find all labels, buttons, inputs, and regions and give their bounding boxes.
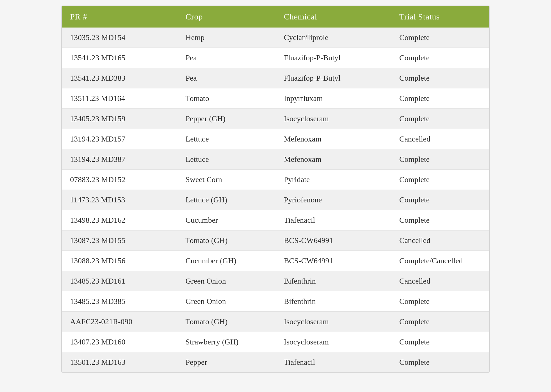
cell-crop: Cucumber (GH) (177, 251, 276, 271)
table-row: 13407.23 MD160Strawberry (GH)Isocycloser… (62, 332, 489, 352)
cell-pr: 13498.23 MD162 (62, 210, 177, 230)
table-row: 13035.23 MD154HempCyclaniliproleComplete (62, 28, 489, 48)
cell-crop: Tomato (GH) (177, 312, 276, 332)
cell-pr: 13501.23 MD163 (62, 352, 177, 373)
cell-chemical: Bifenthrin (276, 271, 391, 291)
cell-status: Complete (391, 28, 489, 48)
cell-crop: Pepper (177, 352, 276, 373)
table-row: 13485.23 MD385Green OnionBifenthrinCompl… (62, 291, 489, 312)
table-row: 13485.23 MD161Green OnionBifenthrinCance… (62, 271, 489, 291)
trials-table: PR # Crop Chemical Trial Status 13035.23… (62, 6, 489, 372)
table-row: AAFC23-021R-090Tomato (GH)IsocycloseramC… (62, 312, 489, 332)
cell-pr: 11473.23 MD153 (62, 190, 177, 210)
cell-crop: Tomato (177, 88, 276, 109)
table-row: 13501.23 MD163PepperTiafenacilComplete (62, 352, 489, 373)
cell-pr: 13088.23 MD156 (62, 251, 177, 271)
cell-chemical: Isocycloseram (276, 312, 391, 332)
cell-chemical: Isocycloseram (276, 332, 391, 352)
col-header-crop: Crop (177, 6, 276, 28)
cell-chemical: Cyclaniliprole (276, 28, 391, 48)
cell-status: Complete (391, 109, 489, 129)
cell-status: Complete (391, 352, 489, 373)
cell-status: Complete (391, 291, 489, 312)
cell-status: Cancelled (391, 230, 489, 251)
cell-chemical: Inpyrfluxam (276, 88, 391, 109)
cell-pr: 13405.23 MD159 (62, 109, 177, 129)
cell-pr: 13035.23 MD154 (62, 28, 177, 48)
table-row: 13541.23 MD383PeaFluazifop-P-ButylComple… (62, 68, 489, 88)
cell-chemical: BCS-CW64991 (276, 251, 391, 271)
cell-crop: Pea (177, 48, 276, 68)
col-header-chemical: Chemical (276, 6, 391, 28)
cell-status: Complete (391, 170, 489, 190)
cell-pr: 13485.23 MD385 (62, 291, 177, 312)
cell-crop: Lettuce (177, 149, 276, 170)
cell-chemical: Isocycloseram (276, 109, 391, 129)
table-row: 13541.23 MD165PeaFluazifop-P-ButylComple… (62, 48, 489, 68)
cell-status: Complete (391, 312, 489, 332)
cell-chemical: Tiafenacil (276, 210, 391, 230)
cell-pr: 13194.23 MD387 (62, 149, 177, 170)
cell-chemical: Mefenoxam (276, 129, 391, 149)
cell-status: Complete (391, 68, 489, 88)
cell-crop: Green Onion (177, 271, 276, 291)
cell-crop: Tomato (GH) (177, 230, 276, 251)
cell-status: Cancelled (391, 129, 489, 149)
cell-crop: Green Onion (177, 291, 276, 312)
cell-status: Complete (391, 149, 489, 170)
table-row: 13194.23 MD387LettuceMefenoxamComplete (62, 149, 489, 170)
cell-chemical: BCS-CW64991 (276, 230, 391, 251)
cell-crop: Pea (177, 68, 276, 88)
cell-chemical: Pyriofenone (276, 190, 391, 210)
trials-table-container: PR # Crop Chemical Trial Status 13035.23… (61, 6, 490, 373)
cell-crop: Lettuce (177, 129, 276, 149)
cell-pr: 13511.23 MD164 (62, 88, 177, 109)
cell-status: Cancelled (391, 271, 489, 291)
cell-pr: 07883.23 MD152 (62, 170, 177, 190)
cell-status: Complete (391, 190, 489, 210)
cell-status: Complete/Cancelled (391, 251, 489, 271)
cell-pr: 13485.23 MD161 (62, 271, 177, 291)
cell-pr: AAFC23-021R-090 (62, 312, 177, 332)
cell-crop: Strawberry (GH) (177, 332, 276, 352)
table-row: 13194.23 MD157LettuceMefenoxamCancelled (62, 129, 489, 149)
cell-chemical: Pyridate (276, 170, 391, 190)
cell-crop: Pepper (GH) (177, 109, 276, 129)
table-row: 13405.23 MD159Pepper (GH)IsocycloseramCo… (62, 109, 489, 129)
cell-pr: 13407.23 MD160 (62, 332, 177, 352)
table-row: 07883.23 MD152Sweet CornPyridateComplete (62, 170, 489, 190)
cell-pr: 13541.23 MD165 (62, 48, 177, 68)
cell-status: Complete (391, 332, 489, 352)
cell-crop: Sweet Corn (177, 170, 276, 190)
cell-crop: Lettuce (GH) (177, 190, 276, 210)
cell-chemical: Mefenoxam (276, 149, 391, 170)
table-row: 13511.23 MD164TomatoInpyrfluxamComplete (62, 88, 489, 109)
cell-chemical: Bifenthrin (276, 291, 391, 312)
cell-status: Complete (391, 88, 489, 109)
cell-chemical: Fluazifop-P-Butyl (276, 48, 391, 68)
col-header-pr: PR # (62, 6, 177, 28)
table-header-row: PR # Crop Chemical Trial Status (62, 6, 489, 28)
cell-chemical: Fluazifop-P-Butyl (276, 68, 391, 88)
cell-chemical: Tiafenacil (276, 352, 391, 373)
table-row: 13498.23 MD162CucumberTiafenacilComplete (62, 210, 489, 230)
table-row: 11473.23 MD153Lettuce (GH)PyriofenoneCom… (62, 190, 489, 210)
cell-crop: Cucumber (177, 210, 276, 230)
cell-crop: Hemp (177, 28, 276, 48)
table-row: 13087.23 MD155Tomato (GH)BCS-CW64991Canc… (62, 230, 489, 251)
cell-pr: 13194.23 MD157 (62, 129, 177, 149)
col-header-status: Trial Status (391, 6, 489, 28)
cell-pr: 13087.23 MD155 (62, 230, 177, 251)
cell-status: Complete (391, 210, 489, 230)
table-row: 13088.23 MD156Cucumber (GH)BCS-CW64991Co… (62, 251, 489, 271)
cell-status: Complete (391, 48, 489, 68)
cell-pr: 13541.23 MD383 (62, 68, 177, 88)
